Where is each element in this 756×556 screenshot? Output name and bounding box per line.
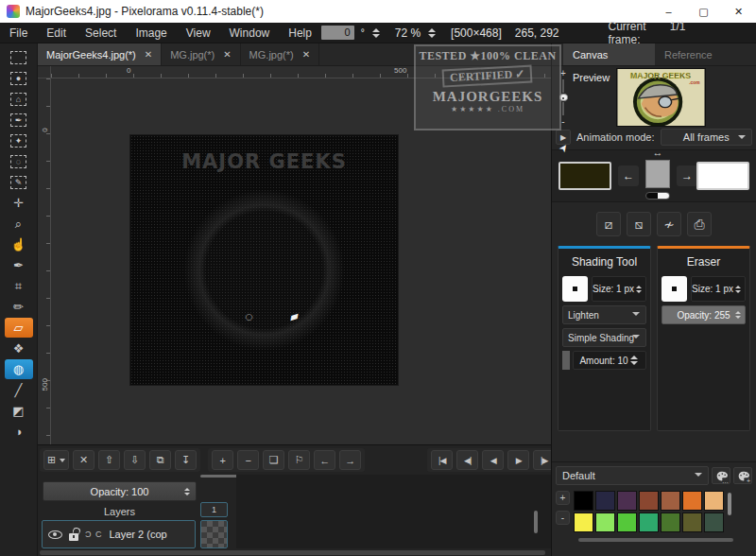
- left-color-arrow-button[interactable]: ←: [618, 165, 639, 186]
- opacity-spinner[interactable]: [184, 488, 190, 495]
- tab-canvas-preview[interactable]: Canvas Preview: [563, 43, 655, 65]
- tool-polygon-select[interactable]: ⌂: [5, 89, 33, 109]
- link-cels-icon[interactable]: Ɔ C: [85, 530, 103, 539]
- layer-visibility-icon[interactable]: [48, 530, 62, 539]
- frame-header-button[interactable]: 1: [200, 502, 228, 517]
- size-spinner-arrows[interactable]: [636, 286, 642, 293]
- spinner-down-icon[interactable]: [428, 34, 436, 38]
- tab-close-icon[interactable]: ✕: [302, 49, 310, 60]
- tab-majorgeeks4[interactable]: MajorGeeks4.jpg(*) ✕: [38, 43, 162, 65]
- canvas-viewport[interactable]: MAJOR GEEKS ◌ ▰: [51, 78, 551, 444]
- amount-spinner-arrows[interactable]: [630, 356, 638, 365]
- palette-swatch[interactable]: [639, 513, 659, 532]
- color-preview-square[interactable]: [645, 160, 670, 188]
- tool-rectangle-select[interactable]: [5, 47, 33, 67]
- play-forward-button[interactable]: ▶: [507, 450, 529, 470]
- tool-ellipse-select[interactable]: ●: [5, 68, 33, 88]
- tool-move[interactable]: ✛: [5, 193, 33, 213]
- palette-horizontal-scrollbar[interactable]: [578, 538, 733, 542]
- tool-color-picker[interactable]: ✒: [5, 255, 33, 275]
- amount-slider-fill[interactable]: [562, 351, 570, 370]
- pixel-perfect-button[interactable]: ≁: [657, 212, 681, 236]
- palette-swatch[interactable]: [639, 491, 659, 511]
- new-layer-button[interactable]: ⊞: [43, 450, 69, 470]
- move-frame-left-button[interactable]: ←: [314, 450, 335, 470]
- palette-swatch[interactable]: [661, 491, 680, 511]
- spinner-down-icon[interactable]: [372, 34, 380, 38]
- menu-view[interactable]: View: [177, 23, 220, 43]
- timeline-bottom-scrollbar[interactable]: [40, 550, 545, 555]
- tool-ellipse[interactable]: ◑: [5, 422, 33, 442]
- play-backwards-button[interactable]: ◀: [482, 450, 504, 470]
- remove-frame-button[interactable]: −: [237, 450, 259, 470]
- tab-reference-images[interactable]: Reference Images: [655, 43, 756, 65]
- menu-file[interactable]: File: [0, 23, 37, 43]
- menu-help[interactable]: Help: [279, 23, 321, 43]
- tool-bucket[interactable]: ❖: [5, 339, 33, 358]
- palette-swatch[interactable]: [661, 513, 680, 532]
- canvas-image[interactable]: MAJOR GEEKS ◌ ▰: [129, 134, 399, 386]
- tool-crop[interactable]: ⌗: [5, 276, 33, 296]
- left-color-swatch[interactable]: [558, 162, 611, 190]
- tab-mg-2[interactable]: MG.jpg(*) ✕: [241, 43, 319, 65]
- clone-frame-button[interactable]: ❏: [263, 450, 284, 470]
- add-frame-button[interactable]: +: [212, 450, 233, 470]
- shading-size-spinner[interactable]: Size: 1 px: [592, 276, 646, 302]
- menu-image[interactable]: Image: [126, 23, 176, 43]
- spinner-up-icon[interactable]: [428, 28, 436, 32]
- palette-swatch[interactable]: [574, 491, 593, 511]
- palette-swatch[interactable]: [704, 491, 724, 511]
- opacity-spinner-arrows[interactable]: [735, 311, 741, 319]
- tool-line[interactable]: ╱: [5, 380, 33, 400]
- layer-opacity-slider[interactable]: Opacity: 100: [43, 481, 197, 501]
- color-toggle[interactable]: [645, 192, 670, 200]
- move-layer-up-button[interactable]: ⇧: [98, 450, 120, 470]
- remove-color-button[interactable]: -: [556, 511, 570, 525]
- palette-swatch[interactable]: [704, 513, 724, 532]
- tool-zoom[interactable]: ⌕: [5, 214, 33, 234]
- right-color-swatch[interactable]: [696, 162, 749, 190]
- tab-mg-1[interactable]: MG.jpg(*) ✕: [162, 43, 240, 65]
- layer-lock-icon[interactable]: [69, 533, 78, 541]
- new-palette-button[interactable]: +: [733, 467, 752, 484]
- palette-swatch[interactable]: [682, 491, 702, 511]
- menu-window[interactable]: Window: [220, 23, 280, 43]
- shading-amount-spinner[interactable]: Amount: 10: [573, 351, 646, 370]
- rotation-input[interactable]: 0: [321, 26, 354, 40]
- palette-vertical-scrollbar[interactable]: [728, 493, 731, 515]
- tool-lasso[interactable]: ◌: [5, 151, 33, 171]
- palette-swatch[interactable]: [617, 513, 637, 532]
- animation-mode-dropdown[interactable]: All frames: [661, 129, 752, 146]
- menu-edit[interactable]: Edit: [37, 23, 76, 43]
- swap-colors-icon[interactable]: ↔: [647, 147, 668, 158]
- tag-button[interactable]: ⚐: [288, 450, 310, 470]
- delete-layer-button[interactable]: ✕: [73, 450, 94, 470]
- layer-row[interactable]: Ɔ C Layer 2 (cop: [42, 520, 196, 548]
- eraser-size-spinner[interactable]: Size: 1 px: [691, 276, 746, 302]
- clone-layer-button[interactable]: ⧉: [149, 450, 171, 470]
- alpha-lock-button[interactable]: ⎙: [687, 212, 712, 236]
- timeline-vertical-scrollbar[interactable]: [534, 511, 538, 533]
- merge-layer-button[interactable]: ↧: [175, 450, 197, 470]
- tool-pan[interactable]: ☝: [5, 235, 33, 254]
- shading-mode-dropdown[interactable]: Lighten: [562, 305, 646, 324]
- brush-preview[interactable]: [662, 276, 687, 302]
- palette-swatch[interactable]: [595, 491, 615, 511]
- shading-type-dropdown[interactable]: Simple Shading: [562, 328, 646, 347]
- size-spinner-arrows[interactable]: [735, 286, 741, 293]
- eraser-opacity-slider[interactable]: Opacity: 255: [662, 305, 746, 324]
- tool-shading[interactable]: ◍: [5, 359, 33, 379]
- right-color-arrow-button[interactable]: →: [677, 165, 697, 186]
- zoom-level[interactable]: 72 %: [395, 26, 421, 40]
- palette-swatch[interactable]: [595, 513, 615, 532]
- tab-close-icon[interactable]: ✕: [145, 49, 152, 60]
- zoom-minus-icon[interactable]: -: [561, 116, 564, 127]
- rotation-spinner[interactable]: [372, 28, 380, 38]
- previous-keyframe-button[interactable]: ◀|: [456, 450, 478, 470]
- palette-swatch[interactable]: [574, 513, 593, 532]
- brush-preview[interactable]: [562, 276, 588, 302]
- tool-select-by-color[interactable]: ✒: [5, 110, 33, 130]
- palette-swatch[interactable]: [617, 491, 637, 511]
- menu-select[interactable]: Select: [76, 23, 126, 43]
- tool-magic-wand[interactable]: ✦: [5, 130, 33, 150]
